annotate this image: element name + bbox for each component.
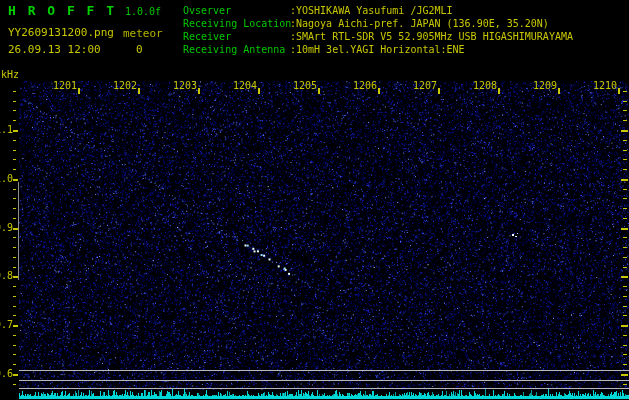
app-version: 1.0.0f [125, 7, 161, 17]
y-axis-label: 1.1 [0, 125, 13, 135]
mode-label: meteor [123, 28, 163, 39]
receiving-antenna-row: Receiving Antenna:10mH 3el.YAGI Horizont… [183, 43, 573, 56]
x-axis-label: 1207 [412, 81, 438, 91]
left-edge-marker [18, 182, 19, 280]
x-axis-label: 1203 [172, 81, 198, 91]
x-axis-label: 1202 [112, 81, 138, 91]
receiving-antenna-label: Receiving Antenna [183, 43, 290, 56]
x-axis-label: 1206 [352, 81, 378, 91]
receiving-location-row: Receiving Location:Nagoya Aichi-pref. JA… [183, 17, 573, 30]
receiver-value: :SMArt RTL-SDR V5 52.905MHz USB HIGASHIM… [290, 30, 573, 43]
x-axis-label: 1208 [472, 81, 498, 91]
datetime-label: 26.09.13 12:00 [8, 44, 101, 55]
app-title: H R O F F T [8, 4, 116, 17]
station-info: Ovserver:YOSHIKAWA Yasufumi /JG2MLI Rece… [183, 4, 573, 56]
observer-value: :YOSHIKAWA Yasufumi /JG2MLI [290, 4, 453, 17]
meteor-count-value: 0 [136, 44, 143, 55]
hrofft-window: H R O F F T 1.0.0f YY2609131200.png mete… [0, 0, 629, 400]
receiving-location-value: :Nagoya Aichi-pref. JAPAN (136.90E, 35.2… [290, 17, 549, 30]
x-axis-label: 1210 [592, 81, 618, 91]
x-axis-label: 1204 [232, 81, 258, 91]
receiving-location-label: Receiving Location [183, 17, 290, 30]
y-axis-unit-label: kHz [1, 70, 19, 80]
observer-label: Ovserver [183, 4, 290, 17]
observer-row: Ovserver:YOSHIKAWA Yasufumi /JG2MLI [183, 4, 573, 17]
y-axis-label: 0.7 [0, 320, 13, 330]
receiver-row: Receiver:SMArt RTL-SDR V5 52.905MHz USB … [183, 30, 573, 43]
y-axis-label: 0.8 [0, 271, 13, 281]
y-axis-label: 0.9 [0, 223, 13, 233]
y-axis-label: 1.0 [0, 174, 13, 184]
y-axis-label: 0.6 [0, 369, 13, 379]
x-axis-label: 1205 [292, 81, 318, 91]
receiving-antenna-value: :10mH 3el.YAGI Horizontal:ENE [290, 43, 465, 56]
receiver-label: Receiver [183, 30, 290, 43]
spectrogram-canvas [0, 0, 629, 400]
x-axis-label: 1201 [52, 81, 78, 91]
x-axis-label: 1209 [532, 81, 558, 91]
output-filename: YY2609131200.png [8, 27, 114, 38]
